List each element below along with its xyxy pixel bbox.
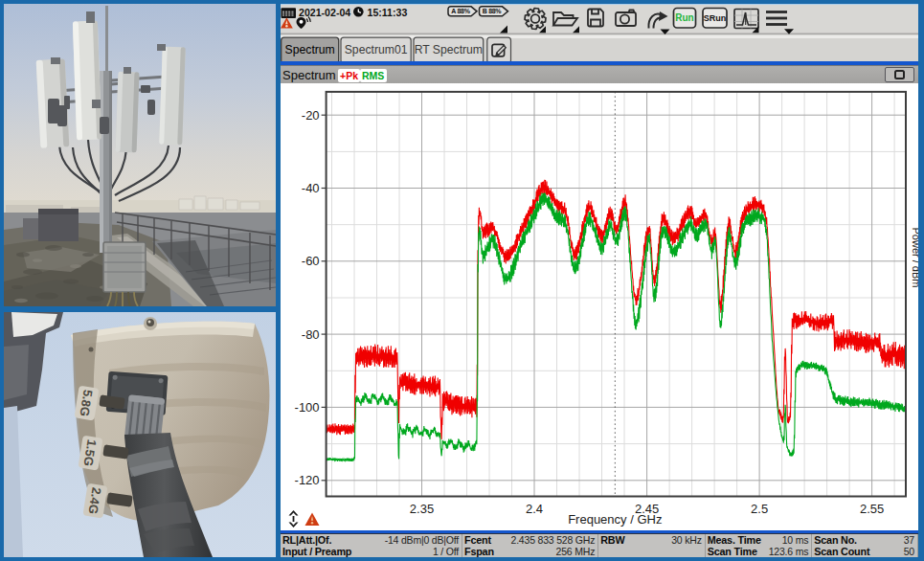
svg-text:-40: -40 <box>302 181 320 195</box>
svg-text:B 88%: B 88% <box>483 8 503 14</box>
svg-text:A 88%: A 88% <box>451 8 470 14</box>
svg-text:2.4: 2.4 <box>526 502 543 516</box>
svg-text:-100: -100 <box>295 400 320 415</box>
svg-text:15:11:33: 15:11:33 <box>368 7 408 18</box>
svg-text:SRun: SRun <box>704 13 727 23</box>
svg-text:2.55: 2.55 <box>860 502 884 516</box>
svg-text:Spectrum: Spectrum <box>285 43 335 56</box>
svg-text:Frequency / GHz: Frequency / GHz <box>568 512 662 527</box>
svg-text:Run: Run <box>675 12 693 23</box>
svg-text:Spectrum01: Spectrum01 <box>345 43 408 56</box>
svg-text:2.5: 2.5 <box>751 502 768 516</box>
svg-text:2.35: 2.35 <box>410 502 434 516</box>
svg-text:-60: -60 <box>302 254 320 268</box>
svg-text:2021-02-04: 2021-02-04 <box>299 7 350 18</box>
svg-text:RT Spectrum: RT Spectrum <box>415 43 483 56</box>
svg-text:Power / dBm: Power / dBm <box>911 228 918 288</box>
svg-text:-120: -120 <box>295 473 320 487</box>
svg-text:-80: -80 <box>302 327 320 342</box>
svg-text:-20: -20 <box>302 108 320 123</box>
